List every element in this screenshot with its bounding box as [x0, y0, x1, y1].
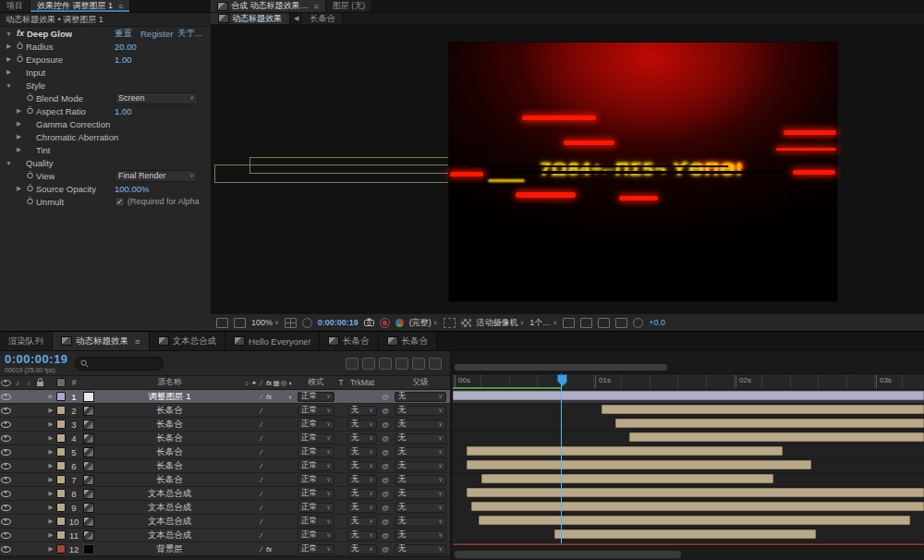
reset-exposure-icon[interactable] — [633, 318, 643, 328]
quality-toggle[interactable]: ∕ — [258, 517, 265, 526]
layer-row[interactable]: ▶6长条合∕正常∨无∨@无∨ — [0, 459, 450, 473]
lock-toggle[interactable] — [34, 404, 46, 417]
layer-track[interactable] — [453, 432, 924, 445]
timeline-h-scrollbar[interactable] — [453, 545, 924, 560]
lock-toggle[interactable] — [34, 418, 46, 431]
solo-toggle[interactable] — [23, 432, 34, 444]
effect-about-link[interactable]: 关于... — [177, 28, 202, 40]
property-value[interactable]: 1.00 — [115, 106, 132, 116]
parent-dropdown[interactable]: 无∨ — [395, 503, 446, 513]
twirl-icon[interactable]: ▶ — [4, 43, 14, 50]
layer-name[interactable]: 长条合 — [96, 418, 243, 431]
parent-dropdown[interactable]: 无∨ — [395, 544, 446, 554]
eye-icon[interactable] — [1, 463, 11, 469]
mode-dropdown[interactable]: 正常∨ — [298, 420, 334, 430]
mode-dropdown[interactable]: 正常∨ — [298, 406, 334, 416]
comp-flowchart-icon[interactable] — [615, 318, 627, 328]
visibility-cell[interactable] — [0, 515, 12, 528]
layer-twirl-icon[interactable]: ▶ — [46, 487, 55, 500]
eye-icon[interactable] — [1, 532, 11, 539]
tab-composition-viewer[interactable]: 合成 动态标题效果…≡ — [211, 0, 326, 12]
layer-bar[interactable] — [467, 446, 783, 456]
layer-track[interactable] — [453, 501, 924, 515]
main-viewer-icon[interactable] — [234, 318, 246, 328]
label-color-cell[interactable] — [55, 542, 67, 555]
audio-toggle[interactable] — [12, 487, 23, 500]
visibility-cell[interactable] — [0, 529, 12, 542]
layer-track[interactable] — [453, 529, 924, 542]
layer-name[interactable]: 背景层 — [96, 542, 243, 555]
parent-dropdown[interactable]: 无∨ — [395, 517, 446, 527]
trkmat-dropdown[interactable]: 无∨ — [347, 503, 377, 513]
visibility-cell[interactable] — [0, 418, 12, 431]
audio-toggle[interactable] — [12, 501, 23, 514]
layer-track[interactable] — [453, 459, 924, 473]
eye-icon[interactable] — [1, 477, 11, 483]
audio-toggle[interactable] — [12, 473, 23, 486]
parent-dropdown[interactable]: 无∨ — [395, 489, 446, 499]
layer-row[interactable]: ▶12背景层∕fx正常∨无∨@无∨ — [0, 542, 450, 556]
fx-toggle[interactable]: fx — [265, 394, 273, 400]
column-source-name[interactable]: 源名称 — [96, 376, 243, 389]
frame-blend-icon[interactable] — [395, 358, 408, 370]
layer-name[interactable]: 文本总合成 — [96, 529, 243, 542]
quality-toggle[interactable]: ∕ — [258, 407, 265, 415]
label-color-cell[interactable] — [55, 487, 67, 500]
quality-toggle[interactable]: ∕ — [258, 462, 265, 470]
lock-toggle[interactable] — [34, 529, 46, 542]
parent-dropdown[interactable]: 无∨ — [395, 475, 446, 485]
audio-toggle[interactable] — [12, 542, 23, 555]
layer-name[interactable]: 长条合 — [96, 473, 243, 486]
lock-toggle[interactable] — [34, 487, 46, 500]
label-color-swatch[interactable] — [56, 447, 66, 457]
parent-dropdown[interactable]: 无∨ — [395, 392, 446, 402]
preserve-transparency-cell[interactable] — [337, 501, 345, 514]
mode-dropdown[interactable]: 正常∨ — [298, 517, 334, 527]
trkmat-dropdown[interactable]: 无∨ — [347, 406, 377, 416]
pickwhip-icon[interactable]: @ — [380, 542, 391, 555]
pickwhip-icon[interactable]: @ — [380, 501, 391, 514]
layer-row[interactable]: ▶9文本总合成∕正常∨无∨@无∨ — [0, 501, 450, 515]
pickwhip-icon[interactable]: @ — [380, 473, 391, 486]
stopwatch-icon[interactable]: Ŏ — [24, 93, 36, 103]
visibility-cell[interactable] — [0, 473, 12, 486]
layer-twirl-icon[interactable]: ▶ — [46, 529, 55, 542]
solo-toggle[interactable] — [23, 390, 34, 403]
label-color-cell[interactable] — [55, 404, 67, 417]
time-ruler[interactable]: 00s01s02s03s — [453, 374, 924, 390]
lock-toggle[interactable] — [34, 515, 46, 528]
adjustment-toggle[interactable]: ◐ — [287, 393, 295, 401]
label-color-swatch[interactable] — [56, 461, 66, 470]
viewer-timecode[interactable]: 0:00:00:19 — [318, 318, 359, 327]
layer-name[interactable]: 长条合 — [96, 445, 243, 458]
twirl-icon[interactable]: ▶ — [4, 55, 14, 63]
view-layout-select[interactable]: 1个… ∨ — [529, 317, 557, 329]
mode-dropdown[interactable]: 正常∨ — [298, 392, 334, 402]
layer-row[interactable]: ▶3长条合∕正常∨无∨@无∨ — [0, 418, 450, 432]
label-color-swatch[interactable] — [56, 544, 66, 554]
layer-track-area[interactable] — [453, 390, 924, 545]
eye-icon[interactable] — [1, 421, 11, 428]
layer-twirl-icon[interactable]: ▶ — [46, 515, 55, 528]
layer-twirl-icon[interactable]: ▶ — [46, 445, 55, 458]
timeline-tab-0[interactable]: 渲染队列 — [0, 332, 53, 350]
layer-twirl-icon[interactable]: ▶ — [46, 501, 55, 514]
layer-name[interactable]: 长条合 — [96, 404, 243, 417]
visibility-cell[interactable] — [0, 459, 12, 472]
transparency-grid-icon[interactable] — [461, 319, 471, 327]
timeline-pan-scrollbar[interactable] — [453, 351, 924, 374]
solo-toggle[interactable] — [23, 445, 34, 458]
layer-bar[interactable] — [481, 474, 773, 483]
lock-toggle[interactable] — [34, 501, 46, 514]
pickwhip-icon[interactable]: @ — [380, 418, 391, 431]
graph-editor-icon[interactable] — [429, 358, 442, 370]
eye-icon[interactable] — [1, 518, 11, 525]
label-color-swatch[interactable] — [56, 406, 66, 415]
eye-icon[interactable] — [1, 435, 11, 442]
trkmat-dropdown[interactable]: 无∨ — [347, 530, 377, 541]
audio-toggle[interactable] — [12, 390, 23, 403]
snapshot-camera-icon[interactable] — [364, 318, 374, 328]
panel-menu-icon[interactable]: ≡ — [314, 2, 319, 11]
quality-toggle[interactable]: ∕ — [258, 490, 265, 498]
mask-visibility-icon[interactable] — [302, 318, 312, 328]
